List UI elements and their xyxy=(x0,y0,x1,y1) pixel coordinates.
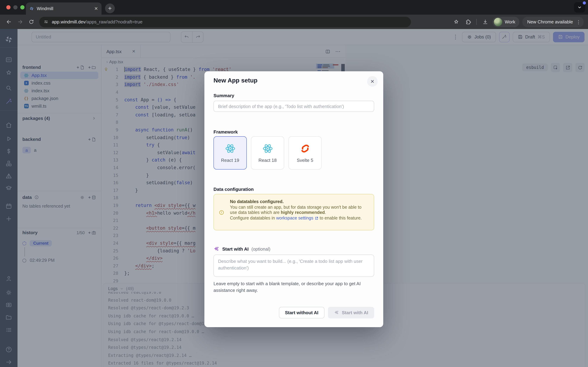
react-icon xyxy=(262,143,273,154)
zoom-window-button[interactable] xyxy=(20,5,25,9)
framework-card-react-18[interactable]: React 18 xyxy=(251,136,284,169)
site-controls-icon[interactable] xyxy=(43,19,49,25)
react-icon xyxy=(225,143,235,154)
start-with-ai-label: Start with AI xyxy=(222,246,249,252)
start-without-ai-button[interactable]: Start without AI xyxy=(279,307,324,318)
tab-search-button[interactable] xyxy=(574,2,585,13)
new-tab-button[interactable]: + xyxy=(105,3,115,13)
warning-title: No datatables configured. xyxy=(230,199,369,205)
window-controls[interactable] xyxy=(6,5,25,9)
svelte-icon xyxy=(300,143,310,154)
modal-close-button[interactable]: ✕ xyxy=(367,76,378,87)
summary-label: Summary xyxy=(214,93,234,98)
warning-icon xyxy=(219,210,224,215)
tab-strip: Windmill ✕ + xyxy=(0,0,588,15)
chrome-update-pill[interactable]: New Chrome available ⋮ xyxy=(522,17,584,27)
toolbar-divider xyxy=(476,19,477,25)
download-icon[interactable] xyxy=(481,17,490,26)
tab-close-icon[interactable]: ✕ xyxy=(94,6,98,11)
back-button[interactable] xyxy=(4,17,13,26)
framework-card-svelte-5[interactable]: Svelte 5 xyxy=(288,136,322,169)
avatar xyxy=(494,18,502,26)
profile-label: Work xyxy=(505,19,515,25)
url-text[interactable]: app.windmill.dev/apps_raw/add?nodraft=tr… xyxy=(52,19,142,25)
external-link-icon xyxy=(315,216,319,221)
extensions-icon[interactable] xyxy=(463,17,473,26)
summary-input[interactable] xyxy=(214,101,374,112)
update-dot xyxy=(583,1,586,5)
close-window-button[interactable] xyxy=(6,5,10,9)
sparkles-icon xyxy=(214,246,219,252)
browser-menu-icon[interactable]: ⋮ xyxy=(576,19,581,25)
datatables-warning: No datatables configured.You can still c… xyxy=(214,194,374,230)
framework-card-react-19[interactable]: React 19 xyxy=(214,136,247,169)
framework-label: Framework xyxy=(214,129,238,134)
browser-toolbar: app.windmill.dev/apps_raw/add?nodraft=tr… xyxy=(0,15,588,29)
url-bar[interactable]: app.windmill.dev/apps_raw/add?nodraft=tr… xyxy=(39,17,411,27)
new-app-setup-modal: New App setup ✕ Summary Framework React … xyxy=(204,71,383,327)
browser-tab[interactable]: Windmill ✕ xyxy=(26,2,102,15)
data-config-label: Data configuration xyxy=(214,187,254,192)
windmill-favicon xyxy=(29,6,34,11)
workspace-settings-link[interactable]: workspace settings xyxy=(276,216,319,220)
start-with-ai-button[interactable]: Start with AI xyxy=(328,307,374,318)
sparkles-icon xyxy=(334,310,339,315)
forward-button[interactable] xyxy=(15,17,25,26)
browser-chrome: Windmill ✕ + app.windmill.dev/apps_raw/a… xyxy=(0,0,588,29)
profile-chip[interactable]: Work xyxy=(493,17,519,27)
reload-button[interactable] xyxy=(26,17,36,26)
tab-title: Windmill xyxy=(37,6,91,11)
modal-title: New App setup xyxy=(214,77,258,84)
update-label: New Chrome available xyxy=(527,19,573,25)
minimize-window-button[interactable] xyxy=(13,5,17,9)
optional-label: (optional) xyxy=(251,246,270,252)
bookmark-star-icon[interactable] xyxy=(451,17,461,26)
ai-prompt-textarea[interactable] xyxy=(214,254,374,277)
ai-helper-text: Leave empty to start with a blank templa… xyxy=(214,280,374,294)
